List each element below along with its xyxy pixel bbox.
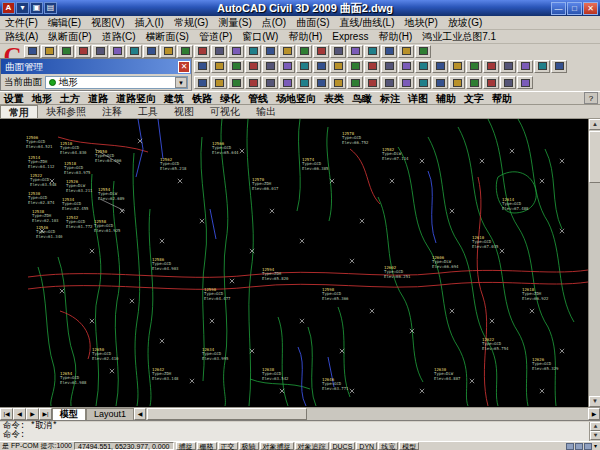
status-toggle[interactable]: 对象追踪 <box>295 442 329 450</box>
status-toggle[interactable]: 栅格 <box>197 442 217 450</box>
command-window[interactable]: 命令: *取消* 命令: ▲ ▼ <box>0 420 600 441</box>
linetype-control-icon[interactable] <box>483 76 499 89</box>
layer-states-icon[interactable] <box>449 76 465 89</box>
status-toggle[interactable]: 对象捕捉 <box>260 442 294 450</box>
dimension-icon[interactable] <box>313 60 329 73</box>
color-control-icon[interactable] <box>466 76 482 89</box>
zoom-previous-icon[interactable] <box>296 45 312 58</box>
tab-prev-icon[interactable]: ◀ <box>13 408 26 420</box>
coordinate-display[interactable]: 47494.551, 65230.977, 0.000 <box>74 442 173 450</box>
fillet-icon[interactable] <box>517 60 533 73</box>
hatch-icon[interactable] <box>279 60 295 73</box>
vertical-scrollbar[interactable]: ▲ ▼ <box>588 119 600 407</box>
ribbon-tab[interactable]: 块和参照 <box>38 105 94 118</box>
clean-screen-icon[interactable] <box>584 443 592 450</box>
open-icon[interactable] <box>41 45 57 58</box>
minimize-button[interactable]: — <box>551 2 566 15</box>
hongye-tab[interactable]: 文字 <box>460 92 488 105</box>
tab-last-icon[interactable]: ▶| <box>39 408 52 420</box>
offset-icon[interactable] <box>466 60 482 73</box>
multiline-text-icon[interactable] <box>296 60 312 73</box>
snap-center-icon[interactable] <box>228 76 244 89</box>
erase-icon[interactable] <box>551 60 567 73</box>
app-icon[interactable]: A <box>2 2 15 14</box>
current-surface-dropdown[interactable]: 地形 ▼ <box>45 76 188 89</box>
copy-icon[interactable] <box>143 45 159 58</box>
properties-icon[interactable] <box>313 45 329 58</box>
status-toggle[interactable]: DYN <box>356 442 377 450</box>
new-icon[interactable] <box>24 45 40 58</box>
menu-item[interactable]: 鸿业工业总图7.1 <box>417 30 501 43</box>
pan-icon[interactable] <box>245 45 261 58</box>
snap-parallel-icon[interactable] <box>381 76 397 89</box>
menu-item[interactable]: 测量(S) <box>213 16 256 29</box>
snap-endpoint-icon[interactable] <box>194 76 210 89</box>
table-icon[interactable] <box>330 60 346 73</box>
help-icon[interactable] <box>415 45 431 58</box>
menu-item[interactable]: 文件(F) <box>0 16 43 29</box>
layer-previous-icon[interactable] <box>415 76 431 89</box>
horizontal-scroll-thumb[interactable] <box>147 408 307 420</box>
hongye-help-icon[interactable]: ? <box>584 92 598 104</box>
horizontal-scrollbar[interactable]: ◀ ▶ <box>134 408 600 420</box>
ribbon-tab[interactable]: 可视化 <box>202 105 248 118</box>
tab-first-icon[interactable]: |◀ <box>0 408 13 420</box>
menu-item[interactable]: Express <box>327 30 373 43</box>
layout-tab[interactable]: Layout1 <box>86 408 134 420</box>
menu-item[interactable]: 帮助(H) <box>283 30 327 43</box>
snap-perpendicular-icon[interactable] <box>313 76 329 89</box>
snap-nearest-icon[interactable] <box>347 76 363 89</box>
line-icon[interactable] <box>194 60 210 73</box>
snap-intersection-icon[interactable] <box>279 76 295 89</box>
menu-item[interactable]: 纵断面(P) <box>43 30 96 43</box>
menu-browser-icon[interactable]: ▾ <box>16 2 29 14</box>
quickcalc-icon[interactable] <box>398 45 414 58</box>
annotation-scale-icon[interactable] <box>566 443 574 450</box>
snap-node-icon[interactable] <box>245 76 261 89</box>
menu-item[interactable]: 帮助(H) <box>373 30 417 43</box>
menu-item[interactable]: 横断面(S) <box>141 30 194 43</box>
plot-icon[interactable] <box>75 45 91 58</box>
extend-icon[interactable] <box>500 60 516 73</box>
hongye-tab[interactable]: 表类 <box>320 92 348 105</box>
surface-manager-titlebar[interactable]: 曲面管理 ✕ <box>1 59 191 74</box>
ribbon-tab[interactable]: 常用 <box>0 105 38 119</box>
menu-item[interactable]: 曲面(S) <box>291 16 334 29</box>
make-block-icon[interactable] <box>364 60 380 73</box>
rectangle-icon[interactable] <box>262 60 278 73</box>
explode-icon[interactable] <box>534 60 550 73</box>
undo-icon[interactable] <box>211 45 227 58</box>
hongye-tab[interactable]: 管线 <box>244 92 272 105</box>
scroll-down-icon[interactable]: ▼ <box>589 396 600 407</box>
hongye-tab[interactable]: 场地竖向 <box>272 92 320 105</box>
drawing-canvas[interactable]: 12506Type=GCDElev=64.52112510Type=GCDEle… <box>0 119 600 407</box>
palette-close-icon[interactable]: ✕ <box>178 61 190 73</box>
lineweight-control-icon[interactable] <box>500 76 516 89</box>
plot-style-control-icon[interactable] <box>517 76 533 89</box>
publish-icon[interactable] <box>109 45 125 58</box>
markup-set-manager-icon[interactable] <box>381 45 397 58</box>
tool-palettes-icon[interactable] <box>347 45 363 58</box>
menu-item[interactable]: 插入(I) <box>129 16 168 29</box>
snap-apparent-icon[interactable] <box>364 76 380 89</box>
insert-block-icon[interactable] <box>347 60 363 73</box>
layer-properties-icon[interactable] <box>398 76 414 89</box>
hongye-tab[interactable]: 铁路 <box>188 92 216 105</box>
scroll-up-icon[interactable]: ▲ <box>589 119 600 130</box>
hongye-tab[interactable]: 帮助 <box>488 92 516 105</box>
menu-item[interactable]: 直线/曲线(L) <box>335 16 400 29</box>
panel-icon[interactable]: ▤ <box>44 2 57 14</box>
hongye-tab[interactable]: 标注 <box>376 92 404 105</box>
rotate-icon[interactable] <box>415 60 431 73</box>
menu-item[interactable]: 视图(V) <box>86 16 129 29</box>
arc-icon[interactable] <box>245 60 261 73</box>
menu-item[interactable]: 路线(A) <box>0 30 43 43</box>
status-toggle[interactable]: 极轴 <box>239 442 259 450</box>
snap-midpoint-icon[interactable] <box>211 76 227 89</box>
ribbon-tab[interactable]: 输出 <box>248 105 284 118</box>
scroll-left-icon[interactable]: ◀ <box>134 408 146 420</box>
scroll-right-icon[interactable]: ▶ <box>588 408 600 420</box>
menu-item[interactable]: 点(O) <box>257 16 291 29</box>
block-editor-icon[interactable] <box>194 45 210 58</box>
paste-icon[interactable] <box>160 45 176 58</box>
